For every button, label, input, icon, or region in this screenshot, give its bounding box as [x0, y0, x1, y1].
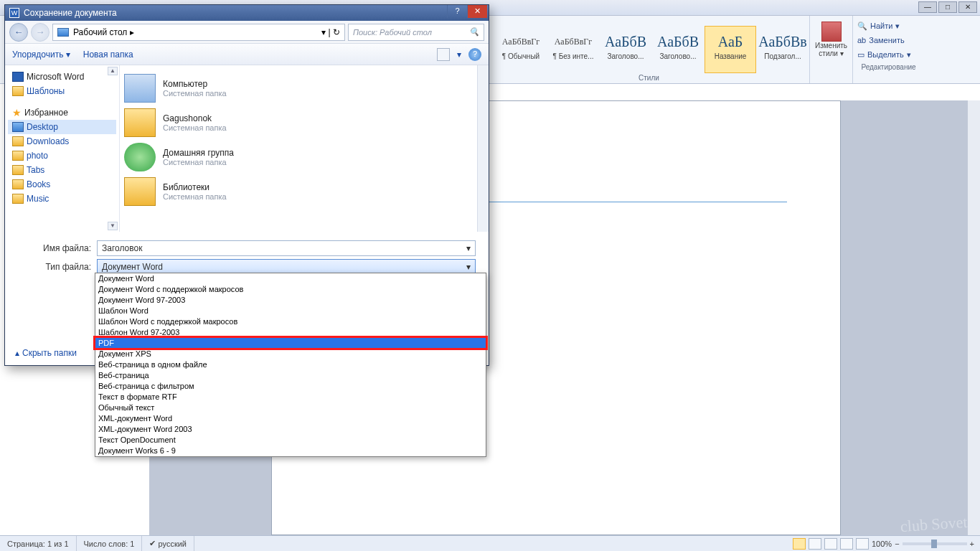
- zoom-out-button[interactable]: −: [895, 540, 899, 548]
- find-icon: 🔍: [857, 22, 867, 31]
- filetype-option[interactable]: Документ Word 97-2003: [95, 295, 486, 306]
- vertical-scrollbar[interactable]: [967, 100, 980, 535]
- style-item[interactable]: АаБбВвГг¶ Обычный: [495, 26, 547, 73]
- filename-label: Имя файла:: [34, 243, 91, 253]
- list-item[interactable]: БиблиотекиСистемная папка: [124, 174, 484, 209]
- desktop-icon: [57, 28, 69, 37]
- filetype-dropdown[interactable]: Документ WordДокумент Word с поддержкой …: [95, 273, 486, 457]
- filetype-option[interactable]: Документ Word с поддержкой макросов: [95, 284, 486, 295]
- word-icon: W: [9, 8, 19, 18]
- breadcrumb[interactable]: Рабочий стол ▸ ▾ | ↻: [52, 24, 345, 41]
- filetype-option[interactable]: Веб-страница в одном файле: [95, 359, 486, 370]
- style-item[interactable]: АаБбВвГг¶ Без инте...: [547, 26, 599, 73]
- close-button[interactable]: ✕: [958, 1, 977, 13]
- tree-scroll-down[interactable]: ▼: [108, 222, 118, 230]
- filetype-option[interactable]: XML-документ Word: [95, 413, 486, 424]
- style-item[interactable]: АаБбВЗаголово...: [652, 26, 704, 73]
- view-web[interactable]: [824, 538, 837, 550]
- tree-item[interactable]: photo: [8, 149, 116, 163]
- filetype-option[interactable]: Шаблон Word: [95, 306, 486, 316]
- dialog-toolbar: Упорядочить ▾ Новая папка ▾ ?: [5, 44, 489, 65]
- style-item[interactable]: АаБНазвание: [705, 26, 756, 73]
- list-scrollbar[interactable]: [477, 65, 489, 232]
- chevron-up-icon: ▴: [15, 348, 19, 358]
- dialog-titlebar[interactable]: W Сохранение документа ? ✕: [5, 5, 489, 21]
- zoom-level[interactable]: 100%: [872, 540, 892, 548]
- replace-button[interactable]: abЗаменить: [857, 33, 920, 47]
- nav-forward-button[interactable]: →: [31, 23, 50, 42]
- styles-caption: Стили: [639, 74, 659, 82]
- style-gallery[interactable]: АаБбВвГг¶ ОбычныйАаБбВвГг¶ Без инте...Аа…: [495, 16, 809, 83]
- editing-caption: Редактирование: [857, 63, 920, 71]
- tree-item[interactable]: Шаблоны: [8, 84, 116, 98]
- tree-item[interactable]: ★Избранное: [8, 105, 116, 120]
- nav-tree[interactable]: ▲ ▼ Microsoft WordШаблоны★ИзбранноеDeskt…: [5, 65, 120, 232]
- chevron-down-icon: ▾: [466, 262, 471, 272]
- dialog-help-icon[interactable]: ?: [468, 48, 481, 61]
- tree-item[interactable]: Microsoft Word: [8, 70, 116, 84]
- file-list[interactable]: КомпьютерСистемная папкаGagushonokСистем…: [120, 65, 489, 232]
- list-item[interactable]: Домашняя группаСистемная папка: [124, 140, 484, 174]
- status-page[interactable]: Страница: 1 из 1: [0, 536, 77, 551]
- find-button[interactable]: 🔍Найти ▾: [857, 19, 920, 33]
- select-button[interactable]: ▭Выделить ▾: [857, 47, 920, 62]
- minimize-button[interactable]: —: [918, 1, 937, 13]
- filetype-option[interactable]: Шаблон Word 97-2003: [95, 327, 486, 338]
- editing-group: 🔍Найти ▾ abЗаменить ▭Выделить ▾ Редактир…: [852, 16, 924, 83]
- status-bar: Страница: 1 из 1 Число слов: 1 ✔ русский…: [0, 535, 980, 551]
- nav-back-button[interactable]: ←: [9, 23, 28, 42]
- filename-input[interactable]: Заголовок▾: [97, 240, 476, 256]
- search-icon: 🔍: [469, 27, 479, 37]
- list-item[interactable]: GagushonokСистемная папка: [124, 105, 484, 140]
- dialog-nav: ← → Рабочий стол ▸ ▾ | ↻ Поиск: Рабочий …: [5, 21, 489, 44]
- select-icon: ▭: [857, 50, 864, 60]
- organize-button[interactable]: Упорядочить ▾: [12, 50, 70, 60]
- search-input[interactable]: Поиск: Рабочий стол 🔍: [348, 24, 484, 41]
- style-item[interactable]: АаБбВЗаголово...: [600, 26, 651, 73]
- zoom-slider[interactable]: [903, 542, 967, 545]
- filetype-option[interactable]: Текст OpenDocument: [95, 435, 486, 446]
- filetype-option[interactable]: Веб-страница с фильтром: [95, 381, 486, 392]
- status-lang[interactable]: ✔ русский: [142, 536, 194, 551]
- list-item[interactable]: КомпьютерСистемная папка: [124, 71, 484, 105]
- view-print-layout[interactable]: [793, 538, 806, 550]
- tree-scroll-up[interactable]: ▲: [108, 67, 118, 75]
- tree-item[interactable]: Tabs: [8, 163, 116, 177]
- filetype-option[interactable]: Шаблон Word с поддержкой макросов: [95, 316, 486, 327]
- dialog-close-button[interactable]: ✕: [467, 5, 487, 18]
- tree-item[interactable]: Downloads: [8, 134, 116, 149]
- tree-item[interactable]: Desktop: [8, 120, 116, 134]
- hide-folders-button[interactable]: ▴ Скрыть папки: [15, 348, 77, 358]
- zoom-in-button[interactable]: +: [970, 540, 974, 548]
- replace-icon: ab: [857, 36, 866, 44]
- filetype-option[interactable]: Документ XPS: [95, 349, 486, 359]
- new-folder-button[interactable]: Новая папка: [83, 50, 133, 60]
- view-outline[interactable]: [840, 538, 853, 550]
- filetype-option[interactable]: Текст в формате RTF: [95, 392, 486, 402]
- dialog-help-button[interactable]: ?: [447, 5, 467, 18]
- filetype-option[interactable]: Обычный текст: [95, 402, 486, 413]
- filetype-label: Тип файла:: [34, 262, 91, 272]
- filetype-option[interactable]: XML-документ Word 2003: [95, 424, 486, 435]
- lang-icon: ✔: [149, 539, 156, 548]
- change-styles-button[interactable]: Изменить стили ▾: [809, 16, 852, 83]
- filetype-option[interactable]: Документ Word: [95, 273, 486, 284]
- filetype-option[interactable]: Документ Works 6 - 9: [95, 446, 486, 456]
- tree-item[interactable]: Music: [8, 192, 116, 206]
- maximize-button[interactable]: □: [938, 1, 957, 13]
- view-mode-button[interactable]: [437, 48, 450, 61]
- style-item[interactable]: АаБбВвПодзагол...: [757, 26, 809, 73]
- dialog-title: Сохранение документа: [24, 8, 117, 18]
- view-reading[interactable]: [809, 538, 821, 550]
- filetype-option[interactable]: PDF: [95, 338, 486, 349]
- chevron-down-icon: ▾: [466, 243, 471, 253]
- tree-item[interactable]: Books: [8, 177, 116, 192]
- view-draft[interactable]: [856, 538, 869, 550]
- status-words[interactable]: Число слов: 1: [77, 536, 143, 551]
- filetype-option[interactable]: Веб-страница: [95, 370, 486, 381]
- window-controls: — □ ✕: [918, 1, 977, 13]
